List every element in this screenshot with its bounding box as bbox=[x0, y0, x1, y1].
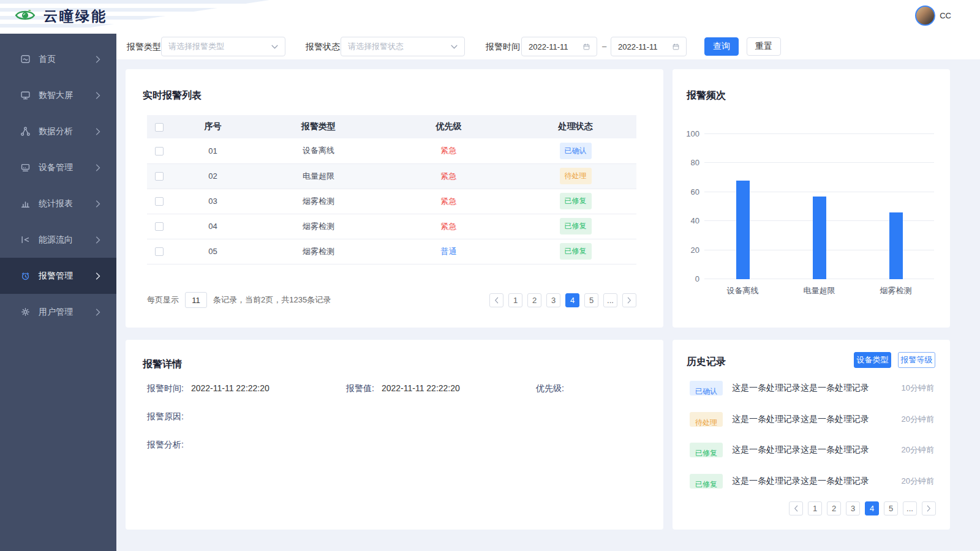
history-text: 这是一条处理记录这是一条处理记录 bbox=[732, 414, 869, 425]
next-page-button[interactable] bbox=[622, 293, 636, 307]
page-button[interactable]: 1 bbox=[808, 501, 822, 515]
table-row[interactable]: 02 电量超限 紧急 待处理 bbox=[147, 163, 636, 189]
sidebar-item-label: 统计报表 bbox=[39, 198, 73, 209]
history-record[interactable]: 已修复 这是一条处理记录这是一条处理记录 20分钟前 bbox=[690, 435, 934, 466]
page-ellipsis-button[interactable]: ... bbox=[603, 293, 617, 307]
realtime-alarm-panel: 实时报警列表 序号 报警类型 优先级 处理状态 01 设备离线 紧急 已确 bbox=[126, 69, 663, 328]
bar-slot bbox=[858, 134, 934, 279]
row-checkbox[interactable] bbox=[155, 197, 164, 206]
page-ellipsis-button[interactable]: ... bbox=[903, 501, 917, 515]
page-button[interactable]: 4 bbox=[565, 293, 579, 307]
brand-name: 云瞳绿能 bbox=[43, 7, 107, 26]
sidebar-item-user-management[interactable]: 用户管理 bbox=[0, 294, 116, 330]
x-label: 烟雾检测 bbox=[858, 285, 934, 296]
next-page-button[interactable] bbox=[922, 501, 936, 515]
detail-value: 2022-11-11 22:22:20 bbox=[382, 383, 460, 394]
sidebar-item-statistics-report[interactable]: 统计报表 bbox=[0, 186, 116, 222]
sidebar-item-device-management[interactable]: 设备管理 bbox=[0, 149, 116, 186]
history-time: 20分钟前 bbox=[902, 444, 934, 455]
chevron-right-icon bbox=[96, 200, 100, 208]
sidebar-item-label: 用户管理 bbox=[39, 307, 73, 318]
detail-field-reason: 报警原因: bbox=[147, 411, 191, 422]
chevron-right-icon bbox=[96, 164, 100, 171]
per-page-group: 每页显示 条记录，当前2页，共1235条记录 bbox=[147, 292, 331, 308]
user-menu[interactable]: CC bbox=[915, 6, 951, 26]
page-button[interactable]: 3 bbox=[846, 501, 860, 515]
sidebar-item-label: 数智大屏 bbox=[39, 90, 73, 101]
page-button[interactable]: 5 bbox=[884, 501, 898, 515]
table-row[interactable]: 04 烟雾检测 紧急 已修复 bbox=[147, 214, 636, 239]
x-label: 设备离线 bbox=[704, 285, 781, 296]
brand-logo: 云瞳绿能 bbox=[15, 7, 107, 26]
alarm-table: 序号 报警类型 优先级 处理状态 01 设备离线 紧急 已确认 02 电量超 bbox=[147, 115, 636, 264]
row-checkbox[interactable] bbox=[155, 147, 164, 156]
date-from-input[interactable]: 2022-11-11 bbox=[521, 37, 597, 56]
tab-alarm-level[interactable]: 报警等级 bbox=[898, 352, 935, 368]
page-button[interactable]: 5 bbox=[584, 293, 598, 307]
history-record[interactable]: 待处理 这是一条处理记录这是一条处理记录 20分钟前 bbox=[690, 404, 934, 435]
chevron-down-icon bbox=[271, 43, 278, 50]
sidebar-item-big-screen[interactable]: 数智大屏 bbox=[0, 77, 116, 113]
detail-label: 报警分析: bbox=[147, 440, 184, 451]
detail-field-priority: 优先级: bbox=[536, 383, 571, 394]
table-row[interactable]: 03 烟雾检测 紧急 已修复 bbox=[147, 189, 636, 214]
sidebar-item-home[interactable]: 首页 bbox=[0, 41, 116, 77]
report-icon bbox=[20, 198, 31, 209]
row-checkbox[interactable] bbox=[155, 172, 164, 181]
alarm-type-placeholder: 请选择报警类型 bbox=[168, 41, 224, 52]
brand-eye-icon bbox=[15, 8, 36, 25]
table-row[interactable]: 01 设备离线 紧急 已确认 bbox=[147, 138, 636, 163]
history-time: 20分钟前 bbox=[902, 414, 934, 425]
sidebar-item-data-analysis[interactable]: 数据分析 bbox=[0, 113, 116, 149]
page-button[interactable]: 2 bbox=[827, 501, 841, 515]
row-checkbox[interactable] bbox=[155, 247, 164, 256]
screen-icon bbox=[20, 90, 31, 100]
bar-slot bbox=[704, 134, 781, 279]
chevron-right-icon bbox=[96, 128, 100, 135]
select-all-checkbox[interactable] bbox=[155, 123, 164, 132]
prev-page-button[interactable] bbox=[489, 293, 503, 307]
status-badge: 已确认 bbox=[560, 143, 592, 159]
page-button[interactable]: 2 bbox=[527, 293, 541, 307]
history-time: 10分钟前 bbox=[902, 383, 934, 394]
tab-device-type[interactable]: 设备类型 bbox=[854, 352, 891, 368]
row-checkbox[interactable] bbox=[155, 222, 164, 231]
chevron-right-icon bbox=[96, 236, 100, 244]
history-status-badge: 已修复 bbox=[690, 443, 723, 457]
sidebar-item-energy-flow[interactable]: 能源流向 bbox=[0, 222, 116, 258]
alarm-type-select[interactable]: 请选择报警类型 bbox=[161, 37, 285, 56]
status-badge: 已修复 bbox=[560, 243, 592, 260]
status-badge: 已修复 bbox=[560, 193, 592, 209]
prev-page-button[interactable] bbox=[789, 501, 803, 515]
per-page-input[interactable] bbox=[185, 292, 207, 308]
cell-no: 04 bbox=[172, 214, 254, 239]
alarm-frequency-panel: 报警频次 100 80 60 40 20 0 设备离线 电量超限 烟雾检测 bbox=[673, 69, 950, 328]
history-record[interactable]: 已确认 这是一条处理记录这是一条处理记录 10分钟前 bbox=[690, 373, 934, 404]
chart-x-labels: 设备离线 电量超限 烟雾检测 bbox=[704, 285, 934, 296]
calendar-icon bbox=[673, 43, 679, 50]
alarm-type-label: 报警类型 bbox=[127, 34, 161, 59]
alarm-time-label: 报警时间 bbox=[486, 34, 520, 59]
reset-button[interactable]: 重置 bbox=[747, 37, 781, 56]
history-record[interactable]: 已修复 这是一条处理记录这是一条处理记录 20分钟前 bbox=[690, 466, 934, 497]
chevron-right-icon bbox=[927, 505, 931, 512]
history-list: 已确认 这是一条处理记录这是一条处理记录 10分钟前 待处理 这是一条处理记录这… bbox=[690, 373, 934, 497]
alarm-status-select[interactable]: 请选择报警状态 bbox=[341, 37, 465, 56]
user-name: CC bbox=[940, 11, 951, 20]
alarm-status-label: 报警状态 bbox=[306, 34, 340, 59]
cell-type: 电量超限 bbox=[254, 163, 383, 189]
page-button[interactable]: 3 bbox=[546, 293, 560, 307]
sidebar-item-label: 能源流向 bbox=[39, 234, 73, 246]
detail-label: 优先级: bbox=[536, 383, 564, 394]
date-to-input[interactable]: 2022-11-11 bbox=[611, 37, 687, 56]
query-button[interactable]: 查询 bbox=[704, 37, 739, 56]
page-button[interactable]: 4 bbox=[865, 501, 879, 515]
table-row[interactable]: 05 烟雾检测 普通 已修复 bbox=[147, 239, 636, 264]
date-from-value: 2022-11-11 bbox=[529, 42, 568, 51]
avatar[interactable] bbox=[915, 6, 935, 26]
page-button[interactable]: 1 bbox=[508, 293, 522, 307]
sidebar-item-alarm-management[interactable]: 报警管理 bbox=[0, 258, 116, 294]
status-badge: 待处理 bbox=[560, 168, 592, 184]
history-status-badge: 已确认 bbox=[690, 381, 723, 395]
y-tick: 0 bbox=[676, 274, 699, 283]
